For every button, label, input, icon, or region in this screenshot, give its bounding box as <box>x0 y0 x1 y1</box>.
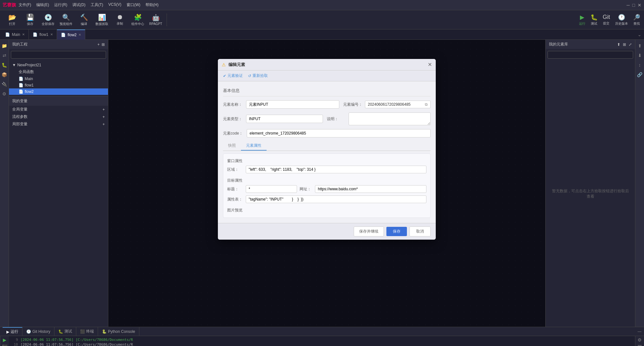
stop-icon[interactable]: ⬛ <box>2 344 7 346</box>
log-settings-icon[interactable]: ⚙ <box>638 337 642 342</box>
tab-label: Main <box>12 32 20 37</box>
strip-folder-icon[interactable]: 📁 <box>1 42 8 49</box>
log-filter-icon[interactable]: ▤ <box>638 344 642 346</box>
bottom-tab-Git History[interactable]: 🕐Git History <box>22 327 54 336</box>
url-input[interactable] <box>315 185 426 193</box>
toolbar-search-global-button[interactable]: 🔎查找 <box>633 14 640 26</box>
record-icon: ⏺ <box>117 13 123 21</box>
tree-item-flow2[interactable]: 📄flow2 <box>9 88 108 95</box>
cancel-button[interactable]: 取消 <box>409 227 431 236</box>
verify-label: 元素验证 <box>227 73 243 78</box>
menu-item[interactable]: 工具(T) <box>91 2 103 8</box>
bottom-tab-运行[interactable]: ▶运行 <box>3 327 22 336</box>
tab-dropdown[interactable]: ⌄ <box>635 32 644 37</box>
strip-link-icon[interactable]: 🔗 <box>636 71 643 78</box>
toolbar-component-center-button[interactable]: 🧩组件中心 <box>129 12 146 28</box>
toolbar-rpagpt-button[interactable]: 🤖RPAGPT <box>147 12 164 28</box>
copy-id-icon[interactable]: ⧉ <box>425 102 428 107</box>
bottom-tab-Python Console[interactable]: 🐍Python Console <box>98 327 139 336</box>
tab-flow1[interactable]: 📄flow1✕ <box>29 29 57 40</box>
strip-package-icon[interactable]: 📦 <box>1 71 8 78</box>
project-options-icon[interactable]: ⊞ <box>102 42 105 47</box>
var-group-全局变量[interactable]: 全局变量+ <box>9 106 108 113</box>
tab-icon: 📄 <box>5 32 10 37</box>
close-button[interactable]: ✕ <box>638 3 641 8</box>
strip-upload-icon[interactable]: ⬆ <box>636 42 643 49</box>
toolbar-open-button[interactable]: 📂打开 <box>4 12 21 28</box>
element-verify-button[interactable]: ✔ 元素验证 <box>223 73 243 78</box>
bottom-tab-测试[interactable]: 🐛测试 <box>54 327 76 336</box>
strip-plugin-icon[interactable]: 🔌 <box>1 81 8 88</box>
minimize-button[interactable]: ─ <box>627 3 630 8</box>
menu-item[interactable]: VCS(V) <box>108 2 121 8</box>
toolbar-record-button[interactable]: ⏺录制 <box>111 12 128 28</box>
tab-close-icon[interactable]: ✕ <box>50 33 53 36</box>
expand-icon[interactable]: ⤢ <box>629 42 632 47</box>
code-input[interactable] <box>247 129 431 137</box>
bottom-tab-终端[interactable]: ⬛终端 <box>76 327 98 336</box>
menu-item[interactable]: 调试(D) <box>72 2 86 8</box>
strip-download-icon[interactable]: ⬇ <box>636 52 643 59</box>
attrs-table-input[interactable] <box>246 195 426 203</box>
menu-item[interactable]: 文件(F) <box>19 2 31 8</box>
element-attrs-tab[interactable]: 元素属性 <box>241 141 267 151</box>
save-button[interactable]: 保存 <box>386 227 407 236</box>
var-group-add-icon[interactable]: + <box>103 107 105 112</box>
toolbar-run-button[interactable]: ▶运行 <box>579 14 585 26</box>
save-continue-button[interactable]: 保存并继续 <box>354 227 384 236</box>
tree-item-全局函数[interactable]: 全局函数 <box>9 68 108 76</box>
tab-flow2[interactable]: 📄flow2✕ <box>57 29 85 40</box>
upload-icon[interactable]: ⬆ <box>617 42 620 47</box>
toolbar-data-extract-button[interactable]: 📊数据抓取 <box>94 12 110 28</box>
var-group-流程参数[interactable]: 流程参数+ <box>9 113 108 120</box>
id-value: 20240606172029806485 <box>368 102 424 107</box>
strip-flow-icon[interactable]: ⇄ <box>1 52 8 59</box>
toolbar-save-all-button[interactable]: 💿全部保存 <box>40 12 56 28</box>
snapshot-tab[interactable]: 快照 <box>223 141 241 151</box>
bottom-collapse-icon[interactable]: — <box>638 329 644 334</box>
toolbar-history-button[interactable]: 🕐历史版本 <box>615 14 628 26</box>
tab-close-icon[interactable]: ✕ <box>22 33 25 36</box>
add-project-icon[interactable]: + <box>97 42 100 47</box>
var-group-add-icon[interactable]: + <box>103 122 105 127</box>
tab-close-icon[interactable]: ✕ <box>78 33 81 37</box>
sidebar-search-input[interactable] <box>11 51 106 59</box>
grid-icon[interactable]: ⊞ <box>623 42 626 47</box>
toolbar-save-button[interactable]: 💾保存 <box>22 12 38 28</box>
maximize-button[interactable]: □ <box>632 3 635 8</box>
region-input[interactable] <box>246 166 426 173</box>
git-label: 提交 <box>603 21 609 26</box>
project-header[interactable]: 我的工程 + ⊞ <box>9 40 108 49</box>
tab-main[interactable]: 📄Main✕ <box>1 29 29 40</box>
btab-label: 测试 <box>64 329 72 334</box>
var-group-add-icon[interactable]: + <box>103 115 105 119</box>
type-input[interactable] <box>246 115 323 123</box>
tree-project-root[interactable]: ▼NewProject21 <box>9 62 108 68</box>
title-input[interactable] <box>246 185 297 193</box>
toolbar-compile-button[interactable]: 🔨编译 <box>76 12 92 28</box>
menu-item[interactable]: 窗口(W) <box>127 2 140 8</box>
desc-textarea[interactable] <box>349 112 431 125</box>
title-bar-controls[interactable]: ─ □ ✕ <box>627 3 641 8</box>
toolbar-debug-button[interactable]: 🐛测试 <box>590 14 598 26</box>
app-logo: 艺赛旗 <box>3 2 16 8</box>
menu-item[interactable]: 帮助(H) <box>145 2 159 8</box>
name-input[interactable] <box>246 100 339 109</box>
toolbar-git-button[interactable]: Git提交 <box>603 14 610 26</box>
tree-item-Main[interactable]: 📄Main <box>9 76 108 82</box>
run-play-icon[interactable]: ▶ <box>3 337 6 342</box>
variables-header[interactable]: 我的变量 <box>9 96 108 106</box>
menu-item[interactable]: 运行(R) <box>54 2 67 8</box>
bottom-panel: ▶运行🕐Git History🐛测试⬛终端🐍Python Console — ▶… <box>0 327 644 346</box>
toolbar-preview-button[interactable]: 🔍预览组件 <box>58 12 74 28</box>
right-search-input[interactable] <box>548 51 633 59</box>
tree-item-flow1[interactable]: 📄flow1 <box>9 82 108 88</box>
image-preview-title: 图片预览 <box>227 206 426 215</box>
menu-item[interactable]: 编辑(E) <box>36 2 49 8</box>
re-capture-button[interactable]: ↺ 重新拾取 <box>248 73 268 78</box>
var-group-局部变量[interactable]: 局部变量+ <box>9 120 108 128</box>
modal-close-button[interactable]: ✕ <box>428 62 432 68</box>
strip-expand-icon[interactable]: ↕ <box>636 62 643 69</box>
strip-settings-icon[interactable]: ⚙ <box>1 90 8 97</box>
strip-debug-icon[interactable]: 🐛 <box>1 62 8 69</box>
